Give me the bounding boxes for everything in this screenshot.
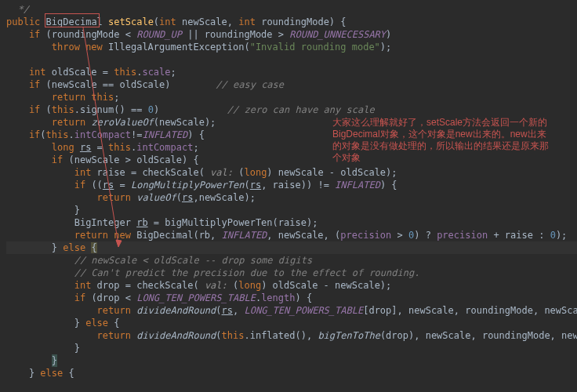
code-line: return divideAndRound(this.inflated(), b… xyxy=(6,329,577,342)
code-line: return new BigDecimal(rb, INFLATED, newS… xyxy=(6,229,577,241)
code-editor[interactable]: */ public BigDecimal setScale(int newSca… xyxy=(6,3,577,379)
code-line-highlighted: } else { xyxy=(6,241,577,254)
code-line: // Can't predict the precision due to th… xyxy=(6,267,577,279)
code-line: if (drop < LONG_TEN_POWERS_TABLE.length)… xyxy=(6,292,577,304)
code-line: } xyxy=(6,354,577,367)
code-line: // newScale < oldScale -- drop some digi… xyxy=(6,254,577,267)
code-line: if (this.signum() == 0) // zero can have… xyxy=(6,103,577,116)
code-line: if (roundingMode < ROUND_UP || roundingM… xyxy=(6,28,577,41)
code-line: } xyxy=(6,204,577,216)
code-line: int oldScale = this.scale; xyxy=(6,66,577,78)
code-line: int drop = checkScale( val: (long) oldSc… xyxy=(6,279,577,292)
code-line: public BigDecimal setScale(int newScale,… xyxy=(6,16,577,28)
code-line: int raise = checkScale( val: (long) newS… xyxy=(6,166,577,179)
code-line: if ((rs = LongMultiplyPowerTen(rs, raise… xyxy=(6,179,577,191)
code-line: BigInteger rb = bigMultiplyPowerTen(rais… xyxy=(6,216,577,229)
code-line: if (newScale == oldScale) // easy case xyxy=(6,78,577,91)
code-line: return valueOf(rs,newScale); xyxy=(6,191,577,204)
code-line: throw new IllegalArgumentException("Inva… xyxy=(6,41,577,53)
code-line: return this; xyxy=(6,91,577,103)
code-line: } else { xyxy=(6,317,577,329)
code-line: */ xyxy=(6,3,577,16)
code-line: return divideAndRound(rs, LONG_TEN_POWER… xyxy=(6,304,577,317)
code-line: } else { xyxy=(6,367,577,379)
code-line xyxy=(6,53,577,66)
code-line: } xyxy=(6,342,577,354)
annotation-text: 大家这么理解就好了，setScale方法会返回一个新的 BigDecimal对象… xyxy=(332,117,549,164)
